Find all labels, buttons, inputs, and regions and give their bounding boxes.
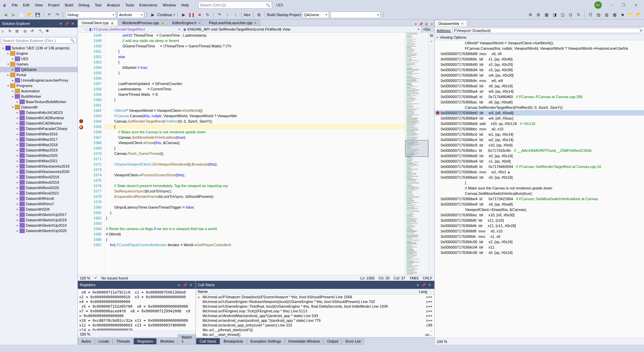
viewing-options[interactable]: ▸ Viewing Options <box>435 35 644 40</box>
menu-tools[interactable]: Tools <box>123 2 137 8</box>
pin-icon[interactable]: 📌 <box>421 282 426 288</box>
new-icon[interactable]: 📄 <box>18 11 25 18</box>
tree-item-basetexturebuildworker[interactable]: ▸BaseTextureBuildWorker <box>0 99 77 104</box>
nav-scope[interactable]: ↕ <box>78 26 88 32</box>
registers-body[interactable]: x0 = 0x00000711e7921c0 x1 = 0x0000007506… <box>78 289 196 331</box>
tree-item-datasmithsketchup2019[interactable]: ▸DatasmithSketchUp2019 <box>0 223 77 228</box>
tree-item-datasmithmax2020[interactable]: ▸DatasmithMax2020 <box>0 153 77 158</box>
tool-icon9[interactable]: ▤ <box>595 11 602 18</box>
restore-button[interactable]: ❐ <box>618 1 629 9</box>
close-icon[interactable]: ✕ <box>254 21 257 25</box>
tabbar-icon[interactable]: ▾ <box>413 22 418 26</box>
btab-error-list[interactable]: Error List <box>342 338 364 345</box>
close-icon[interactable]: ✕ <box>461 22 464 26</box>
menu-window[interactable]: Window <box>160 2 178 8</box>
tree-item-datasmithnavisworks2020[interactable]: ▸DatasmithNavisworks2020 <box>0 169 77 174</box>
tree-item-datasmithrhino7[interactable]: ▸DatasmithRhino7 <box>0 201 77 207</box>
btab-immediate-window[interactable]: Immediate Window <box>285 338 324 345</box>
tool-icon5[interactable]: ◫ <box>559 11 566 18</box>
tree-item-datasmithmax2017[interactable]: ▸DatasmithMax2017 <box>0 137 77 142</box>
split-icon[interactable]: ⊟ <box>429 33 434 38</box>
cs-row[interactable]: libUnreal.so!FEngineLoop::Tick()(FEngine… <box>196 309 434 313</box>
tabbar-icon[interactable]: ✕ <box>429 22 434 26</box>
tree-item-datasmithmax2018[interactable]: ▸DatasmithMax2018 <box>0 142 77 147</box>
tool-icon12[interactable]: ■ <box>619 11 626 18</box>
pin-icon[interactable]: 📌 <box>64 21 69 26</box>
play-icon[interactable]: ▶ <box>180 11 187 18</box>
sol-search-input[interactable] <box>3 39 70 43</box>
tree-item-engine[interactable]: ▸Engine <box>0 51 77 56</box>
tabbar-icon[interactable]: 📌 <box>418 22 424 26</box>
btab-call-stack[interactable]: Call Stack <box>196 338 220 345</box>
tree-item-datasmithsketchup2018[interactable]: ▸DatasmithSketchUp2018 <box>0 217 77 223</box>
margin[interactable]: ▶ <box>78 33 85 275</box>
tree-item-unrealenginelauncherproxy[interactable]: ▸UnrealEngineLauncherProxy <box>0 78 77 83</box>
preview-icon[interactable]: 👁 <box>46 29 52 35</box>
tree-item-datasmithmax2016[interactable]: ▸DatasmithMax2016 <box>0 131 77 137</box>
tool-icon8[interactable]: ☷ <box>587 11 594 18</box>
tool-icon2[interactable]: ⊞ <box>535 11 542 18</box>
menu-file[interactable]: File <box>9 2 20 8</box>
close-icon[interactable]: ✕ <box>198 21 201 25</box>
tree-item-qagame[interactable]: ▸QAGame <box>0 67 77 72</box>
menu-edit[interactable]: Edit <box>20 2 32 8</box>
code-area[interactable]: ▶ 15481549155015511552155315541555155615… <box>78 33 434 275</box>
collapse-icon[interactable]: ⊟ <box>15 29 21 35</box>
forward-icon[interactable]: ▶ <box>10 11 17 18</box>
cs-row[interactable]: libc.so!__pthread_start(void*)()... <box>196 327 434 332</box>
tree-item-datasmithrhino6[interactable]: ▸DatasmithRhino6 <box>0 196 77 201</box>
redo-icon[interactable]: ↷ <box>54 11 61 18</box>
continue-icon[interactable]: ▶ <box>149 11 156 18</box>
btab-breakpoints[interactable]: Breakpoints <box>220 338 247 345</box>
stop-icon[interactable]: ■ <box>196 11 203 18</box>
tool-icon7[interactable]: ↻ <box>575 11 582 18</box>
tree-item-ue5[interactable]: ▸UE5 <box>0 56 77 61</box>
solution-tree[interactable]: ▸Solution 'UE5' (136 of 136 projects)▸En… <box>0 45 77 345</box>
continue-button[interactable]: Continue <box>157 13 172 17</box>
dropdown-icon[interactable]: ▾ <box>58 21 63 26</box>
undo-icon[interactable]: ↶ <box>46 11 53 18</box>
dropdown-icon[interactable]: ▾ <box>415 282 420 288</box>
tree-item-datasmithnavisworks2019[interactable]: ▸DatasmithNavisworks2019 <box>0 164 77 169</box>
menu-debug[interactable]: Debug <box>76 2 92 8</box>
cs-body[interactable]: ▶libUnreal.so!FViewport::Draw(bool)(FSce… <box>196 295 434 337</box>
tree-item-datasmithrevit2020[interactable]: ▸DatasmithRevit2020 <box>0 185 77 190</box>
search-box[interactable]: 🔍 <box>198 1 272 9</box>
btab-output[interactable]: Output <box>323 338 342 345</box>
tree-item-programs[interactable]: ▾Programs <box>0 83 77 88</box>
step-over-icon[interactable]: ↷ <box>216 11 223 18</box>
refresh-icon[interactable]: ↺ <box>31 29 37 35</box>
minimap[interactable] <box>405 33 428 275</box>
show-all-icon[interactable]: ◎ <box>23 29 30 35</box>
cs-row[interactable]: libUnreal.so!UGameEngine::Tick(float, bo… <box>196 304 434 309</box>
startup-combo[interactable]: QAGame <box>302 11 329 18</box>
menu-build[interactable]: Build <box>62 2 76 8</box>
startup-combo2[interactable] <box>330 11 381 18</box>
btab-modules[interactable]: Modules <box>157 338 178 345</box>
hex-button[interactable]: Hex <box>244 13 251 17</box>
sync-icon[interactable]: ↻ <box>8 29 14 35</box>
tree-item-games[interactable]: ▾Games <box>0 61 77 67</box>
tool-icon14[interactable]: 📂 <box>635 11 642 18</box>
zoom[interactable]: 100 % <box>80 276 90 280</box>
step-into-icon[interactable]: ↓ <box>224 11 231 18</box>
nav-class-combo[interactable]: ◧ FCanvas.SetRenderTargetRect▾ <box>88 26 182 32</box>
pause-icon[interactable]: ❚❚ <box>188 11 195 18</box>
tree-item-automation[interactable]: ▸Automation <box>0 88 77 94</box>
tree-item-datasmithrevit2019[interactable]: ▸DatasmithRevit2019 <box>0 180 77 185</box>
menu-analyze[interactable]: Analyze <box>104 2 123 8</box>
nav-member-combo[interactable]: ◉ ENGINE_API void SetRenderTargetRect(co… <box>182 26 421 32</box>
close-icon[interactable]: ✕ <box>427 282 432 288</box>
tree-item-buildworker[interactable]: ▸BuildWorker <box>0 94 77 99</box>
tree-item-datasmithrevit2018[interactable]: ▸DatasmithRevit2018 <box>0 174 77 180</box>
tool-icon4[interactable]: ◨ <box>551 11 558 18</box>
cs-row[interactable]: libUnreal.so!android_main(android_app *)… <box>196 318 434 323</box>
tree-item-datasmithmax2021[interactable]: ▸DatasmithMax2021 <box>0 158 77 164</box>
close-icon[interactable]: ✕ <box>70 21 75 26</box>
save-icon[interactable]: 💾 <box>34 11 41 18</box>
tab-PlayLevelViaLauncher.cpp[interactable]: PlayLevelViaLauncher.cpp✕ <box>205 19 260 26</box>
code[interactable]: uint32 ThreadTime = CurrentTime - Lastim… <box>105 33 405 275</box>
menu-view[interactable]: View <box>32 2 46 8</box>
tree-item-datasmitharchicad23[interactable]: ▸DatasmithArchiCAD23 <box>0 110 77 115</box>
config-combo[interactable]: Debug <box>66 11 116 18</box>
